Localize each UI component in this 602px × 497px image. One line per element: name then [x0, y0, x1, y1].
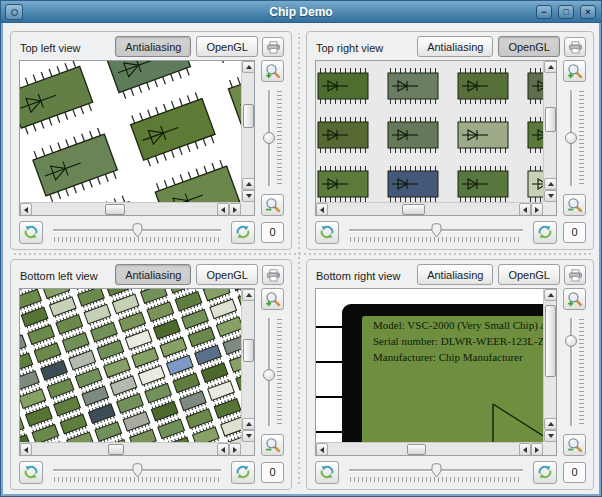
- rotation-slider-handle[interactable]: [431, 463, 442, 478]
- rotate-left-button[interactable]: [19, 221, 43, 244]
- graphics-view[interactable]: [19, 60, 255, 216]
- print-button[interactable]: [564, 37, 586, 57]
- titlebar[interactable]: Chip Demo − □ ×: [1, 1, 601, 23]
- opengl-toggle-button[interactable]: OpenGL: [498, 36, 560, 57]
- maximize-button[interactable]: □: [558, 5, 574, 19]
- zoom-out-button[interactable]: [261, 434, 284, 456]
- zoom-out-button[interactable]: [563, 434, 586, 456]
- scroll-up-button[interactable]: [242, 61, 255, 73]
- rotate-right-button[interactable]: [533, 461, 557, 484]
- horizontal-scroll-thumb[interactable]: [402, 204, 425, 215]
- zoom-slider[interactable]: [260, 88, 285, 188]
- scroll-up-button[interactable]: [544, 61, 557, 73]
- vertical-scrollbar[interactable]: [241, 289, 254, 442]
- graphics-scene[interactable]: Model: VSC-2000 (Very Small Chip) at 9Se…: [316, 289, 543, 442]
- minimize-button[interactable]: −: [536, 5, 552, 19]
- vertical-scrollbar[interactable]: [543, 289, 556, 442]
- vertical-splitter-handle[interactable]: [298, 33, 300, 487]
- rotation-slider-handle[interactable]: [132, 223, 143, 238]
- antialiasing-toggle-button[interactable]: Antialiasing: [417, 264, 493, 285]
- scroll-right-button[interactable]: [531, 203, 543, 216]
- rotation-slider[interactable]: [51, 460, 223, 484]
- zoom-in-button[interactable]: [563, 288, 586, 310]
- zoom-slider-handle[interactable]: [565, 335, 577, 347]
- scroll-down-button[interactable]: [544, 430, 557, 442]
- scroll-up-button-bottom[interactable]: [544, 418, 557, 430]
- print-button[interactable]: [262, 265, 284, 285]
- scroll-down-button[interactable]: [242, 430, 255, 442]
- vertical-scroll-thumb[interactable]: [243, 339, 254, 362]
- scroll-right-button[interactable]: [229, 443, 241, 456]
- rotation-slider[interactable]: [347, 460, 525, 484]
- scroll-left-button-end[interactable]: [519, 203, 531, 216]
- horizontal-scroll-thumb[interactable]: [407, 444, 426, 455]
- zoom-slider-handle[interactable]: [565, 132, 577, 144]
- scroll-right-button[interactable]: [229, 203, 241, 216]
- horizontal-scroll-thumb[interactable]: [108, 444, 124, 455]
- zoom-slider-handle[interactable]: [263, 369, 275, 381]
- rotate-right-button[interactable]: [533, 221, 557, 244]
- rotation-slider-handle[interactable]: [431, 223, 442, 238]
- graphics-view[interactable]: [315, 60, 557, 216]
- scroll-up-button-bottom[interactable]: [242, 418, 255, 430]
- scroll-right-button[interactable]: [531, 443, 543, 456]
- horizontal-scrollbar[interactable]: [20, 202, 241, 215]
- opengl-toggle-button[interactable]: OpenGL: [196, 36, 258, 57]
- scroll-left-button-end[interactable]: [217, 203, 229, 216]
- scroll-left-button-end[interactable]: [519, 443, 531, 456]
- scroll-left-button-end[interactable]: [217, 443, 229, 456]
- antialiasing-toggle-button[interactable]: Antialiasing: [417, 36, 493, 57]
- rotation-slider[interactable]: [51, 220, 223, 244]
- zoom-slider-handle[interactable]: [263, 132, 275, 144]
- vertical-scrollbar[interactable]: [241, 61, 254, 202]
- zoom-in-button[interactable]: [563, 60, 586, 82]
- rotation-slider[interactable]: [347, 220, 525, 244]
- rotation-value-spinbox[interactable]: 0: [261, 462, 284, 483]
- rotation-slider-handle[interactable]: [132, 463, 143, 478]
- scroll-up-button[interactable]: [544, 289, 557, 301]
- scroll-up-button-bottom[interactable]: [544, 178, 557, 190]
- zoom-slider[interactable]: [260, 316, 285, 428]
- print-button[interactable]: [564, 265, 586, 285]
- graphics-scene[interactable]: [316, 61, 543, 202]
- antialiasing-toggle-button[interactable]: Antialiasing: [115, 264, 191, 285]
- graphics-view[interactable]: Model: VSC-2000 (Very Small Chip) at 9Se…: [315, 288, 557, 456]
- zoom-in-button[interactable]: [261, 288, 284, 310]
- horizontal-scroll-thumb[interactable]: [105, 204, 125, 215]
- horizontal-scrollbar[interactable]: [316, 442, 543, 455]
- rotate-left-button[interactable]: [315, 221, 339, 244]
- scroll-left-button[interactable]: [20, 443, 32, 456]
- vertical-scroll-thumb[interactable]: [545, 305, 556, 376]
- zoom-slider[interactable]: [562, 316, 587, 428]
- rotate-right-button[interactable]: [231, 221, 255, 244]
- zoom-out-button[interactable]: [563, 194, 586, 216]
- scroll-left-button[interactable]: [316, 203, 328, 216]
- scroll-up-button-bottom[interactable]: [242, 178, 255, 190]
- rotation-value-spinbox[interactable]: 0: [563, 222, 586, 243]
- scroll-down-button[interactable]: [544, 190, 557, 202]
- zoom-out-button[interactable]: [261, 194, 284, 216]
- scroll-down-button[interactable]: [242, 190, 255, 202]
- opengl-toggle-button[interactable]: OpenGL: [196, 264, 258, 285]
- antialiasing-toggle-button[interactable]: Antialiasing: [115, 36, 191, 57]
- vertical-scroll-thumb[interactable]: [243, 104, 254, 129]
- horizontal-splitter-handle[interactable]: [11, 253, 593, 255]
- rotate-right-button[interactable]: [231, 461, 255, 484]
- graphics-scene[interactable]: [20, 61, 241, 202]
- vertical-scrollbar[interactable]: [543, 61, 556, 202]
- rotation-value-spinbox[interactable]: 0: [261, 222, 284, 243]
- zoom-in-button[interactable]: [261, 60, 284, 82]
- vertical-scroll-thumb[interactable]: [545, 107, 556, 132]
- scroll-up-button[interactable]: [242, 289, 255, 301]
- horizontal-scrollbar[interactable]: [20, 442, 241, 455]
- scroll-left-button[interactable]: [316, 443, 328, 456]
- graphics-scene[interactable]: [20, 289, 241, 442]
- close-button[interactable]: ×: [580, 5, 596, 19]
- rotation-value-spinbox[interactable]: 0: [563, 462, 586, 483]
- horizontal-scrollbar[interactable]: [316, 202, 543, 215]
- scroll-left-button[interactable]: [20, 203, 32, 216]
- graphics-view[interactable]: [19, 288, 255, 456]
- rotate-left-button[interactable]: [19, 461, 43, 484]
- zoom-slider[interactable]: [562, 88, 587, 188]
- opengl-toggle-button[interactable]: OpenGL: [498, 264, 560, 285]
